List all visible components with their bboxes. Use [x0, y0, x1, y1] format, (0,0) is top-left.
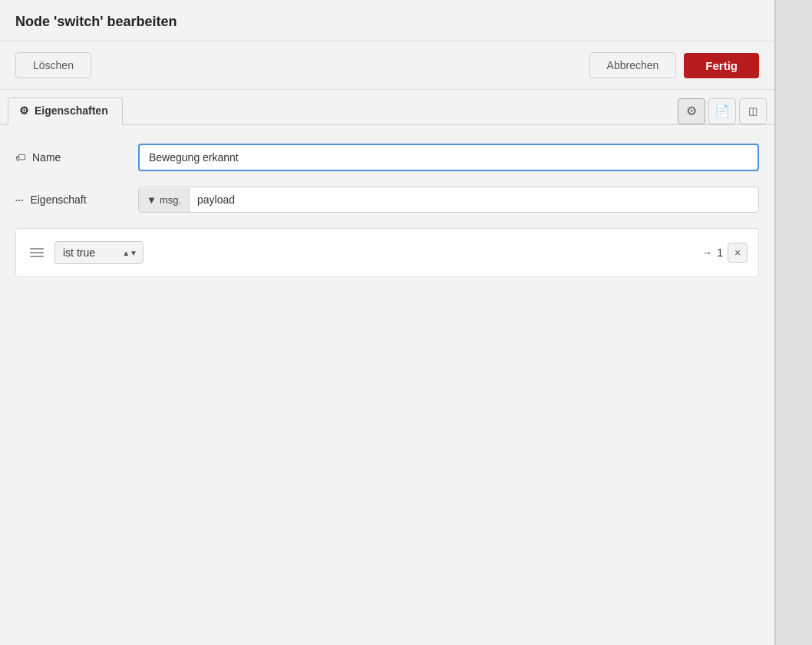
- property-label: ••• Eigenschaft: [15, 194, 138, 206]
- tab-layout-icon: ◫: [748, 105, 758, 117]
- side-strip: [775, 0, 812, 645]
- name-input[interactable]: [138, 144, 759, 171]
- property-row: ••• Eigenschaft ▼ msg. payload: [15, 187, 759, 213]
- tab-gear-icon: ⚙: [686, 104, 697, 118]
- arrow-icon: →: [701, 246, 712, 259]
- rule-row: ist true ist false ist null ist nicht nu…: [24, 237, 751, 269]
- dropdown-arrow-icon: ▼: [147, 194, 157, 206]
- gear-icon: ⚙: [19, 104, 29, 117]
- property-type-dropdown[interactable]: ▼ msg.: [139, 188, 190, 212]
- rule-select-wrapper: ist true ist false ist null ist nicht nu…: [54, 241, 144, 264]
- tab-icon-gear-button[interactable]: ⚙: [678, 98, 705, 124]
- panel-title: Node 'switch' bearbeiten: [15, 14, 177, 29]
- drag-handle[interactable]: [27, 245, 47, 260]
- tab-icon-layout-button[interactable]: ◫: [739, 98, 767, 124]
- tab-doc-icon: 📄: [715, 104, 730, 118]
- drag-line-3: [30, 256, 44, 257]
- delete-button[interactable]: Löschen: [15, 52, 91, 78]
- name-label: 🏷 Name: [15, 151, 138, 164]
- rule-arrow-area: → 1 ×: [701, 243, 748, 263]
- content-area: 🏷 Name ••• Eigenschaft ▼ msg. payload: [0, 125, 774, 645]
- done-button[interactable]: Fertig: [684, 53, 759, 78]
- name-row: 🏷 Name: [15, 144, 759, 171]
- tab-icon-group: ⚙ 📄 ◫: [678, 98, 767, 124]
- cancel-button[interactable]: Abbrechen: [589, 52, 677, 78]
- rule-number: 1: [717, 246, 723, 259]
- rule-delete-button[interactable]: ×: [728, 243, 748, 263]
- tab-properties-label: Eigenschaften: [35, 104, 108, 117]
- rules-container: ist true ist false ist null ist nicht nu…: [15, 228, 759, 277]
- property-type-text: msg.: [160, 194, 181, 206]
- panel-header: Node 'switch' bearbeiten: [0, 0, 774, 41]
- tag-icon: 🏷: [15, 151, 26, 164]
- property-label-text: Eigenschaft: [30, 194, 86, 206]
- tab-icon-doc-button[interactable]: 📄: [708, 98, 736, 124]
- property-input: ▼ msg. payload: [138, 187, 759, 213]
- rule-condition-select[interactable]: ist true ist false ist null ist nicht nu…: [54, 241, 144, 264]
- drag-line-1: [30, 248, 44, 250]
- dots-icon: •••: [15, 197, 24, 203]
- name-label-text: Name: [32, 151, 61, 164]
- tab-properties[interactable]: ⚙ Eigenschaften: [8, 98, 123, 125]
- drag-line-2: [30, 252, 44, 253]
- property-value-text: payload: [190, 187, 243, 212]
- toolbar: Löschen Abbrechen Fertig: [0, 41, 774, 90]
- tabs-area: ⚙ Eigenschaften ⚙ 📄 ◫: [0, 90, 774, 125]
